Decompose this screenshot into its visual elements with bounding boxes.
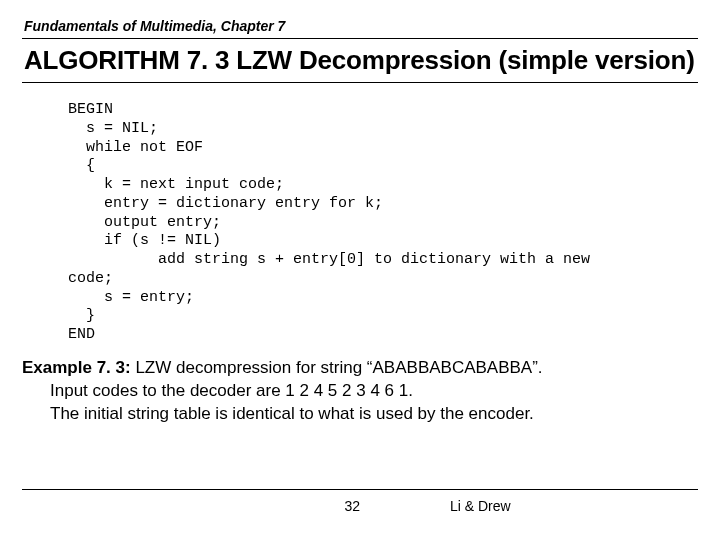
- chapter-header: Fundamentals of Multimedia, Chapter 7: [22, 18, 698, 39]
- example-lead: Example 7. 3:: [22, 358, 131, 377]
- page-number: 32: [22, 498, 380, 514]
- algorithm-title: ALGORITHM 7. 3 LZW Decompression (simple…: [22, 39, 698, 83]
- example-block: Example 7. 3: LZW decompression for stri…: [22, 357, 698, 426]
- example-line2: Input codes to the decoder are 1 2 4 5 2…: [22, 380, 698, 403]
- footer: 32 Li & Drew: [22, 489, 698, 514]
- algorithm-code: BEGIN s = NIL; while not EOF { k = next …: [68, 101, 698, 345]
- authors: Li & Drew: [380, 498, 720, 514]
- example-line3: The initial string table is identical to…: [22, 403, 698, 426]
- slide: Fundamentals of Multimedia, Chapter 7 AL…: [0, 0, 720, 540]
- example-line1-rest: LZW decompression for string “ABABBABCAB…: [131, 358, 543, 377]
